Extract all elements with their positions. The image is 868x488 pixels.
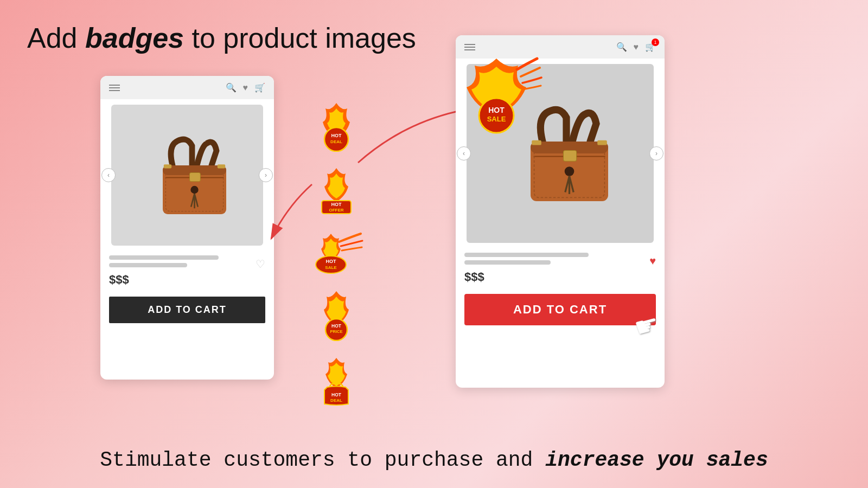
svg-text:HOT: HOT xyxy=(331,392,342,397)
badge-hot-deal-1: HOT DEAL xyxy=(312,100,361,152)
right-product-info: ♥ $$$ xyxy=(456,248,665,288)
left-price: $$$ xyxy=(109,273,265,287)
svg-text:HOT: HOT xyxy=(331,323,342,329)
right-wishlist-heart[interactable]: ♥ xyxy=(649,255,656,267)
topbar-icons: 🔍 ♥ 🛒 xyxy=(226,82,266,93)
menu-icon[interactable] xyxy=(109,85,120,91)
right-add-to-cart-button[interactable]: ADD TO CART xyxy=(464,294,656,325)
svg-rect-3 xyxy=(190,173,201,182)
right-price: $$$ xyxy=(464,270,656,284)
svg-text:HOT: HOT xyxy=(331,202,342,207)
left-phone-topbar: 🔍 ♥ 🛒 xyxy=(100,76,274,99)
title-part2: to product images xyxy=(184,22,416,54)
heart-icon[interactable]: ♥ xyxy=(243,83,248,93)
title-part1: Add xyxy=(27,22,85,54)
subtitle: Stimulate customers to purchase and incr… xyxy=(0,448,868,472)
svg-rect-38 xyxy=(532,140,541,145)
handbag-svg xyxy=(138,126,236,224)
left-phone-card: 🔍 ♥ 🛒 ‹ xyxy=(100,76,274,380)
right-heart-icon[interactable]: ♥ xyxy=(634,42,639,52)
svg-text:DEAL: DEAL xyxy=(330,398,342,403)
badges-column: HOT DEAL HOT OFFER HOT SALE xyxy=(309,100,363,408)
right-phone-card: 🔍 ♥ 🛒 1 HOT SALE xyxy=(456,35,665,388)
svg-text:SALE: SALE xyxy=(487,115,506,123)
svg-text:PRICE: PRICE xyxy=(330,329,342,334)
left-add-to-cart-button[interactable]: ADD TO CART xyxy=(109,297,265,323)
right-cart-wrapper[interactable]: 🛒 1 xyxy=(645,42,656,52)
subtitle-part1: Stimulate customers to purchase and xyxy=(100,448,545,472)
svg-point-4 xyxy=(190,186,198,194)
cart-icon[interactable]: 🛒 xyxy=(254,82,265,93)
cursor-hand-icon: ☛ xyxy=(631,307,662,344)
right-nav-arrow-right[interactable]: › xyxy=(649,146,663,160)
svg-text:OFFER: OFFER xyxy=(329,208,343,213)
svg-rect-9 xyxy=(164,164,171,168)
title-bold: badges xyxy=(85,22,184,54)
badge-hot-deal-2: HOT DEAL xyxy=(314,356,360,408)
left-nav-arrow-left[interactable]: ‹ xyxy=(101,168,116,182)
svg-rect-39 xyxy=(597,140,607,145)
left-nav-arrow-right[interactable]: › xyxy=(259,168,273,182)
hot-sale-badge-large: HOT SALE xyxy=(456,56,542,137)
badge-hot-sale-small: HOT SALE xyxy=(309,231,363,274)
svg-rect-32 xyxy=(563,151,576,162)
svg-text:DEAL: DEAL xyxy=(330,139,342,144)
svg-text:SALE: SALE xyxy=(325,265,337,270)
right-topbar-icons: 🔍 ♥ 🛒 1 xyxy=(616,42,656,52)
badge-hot-price: HOT PRICE xyxy=(314,290,360,341)
cart-badge-count: 1 xyxy=(652,38,659,46)
svg-rect-10 xyxy=(218,164,225,168)
svg-text:HOT: HOT xyxy=(488,106,505,114)
title-bar-2 xyxy=(109,263,187,267)
wishlist-heart[interactable]: ♡ xyxy=(256,258,265,271)
right-phone-topbar: 🔍 ♥ 🛒 1 xyxy=(456,35,665,59)
svg-point-33 xyxy=(564,166,574,176)
right-nav-arrow-left[interactable]: ‹ xyxy=(457,146,471,160)
search-icon[interactable]: 🔍 xyxy=(226,82,237,93)
main-title: Add badges to product images xyxy=(27,22,416,54)
left-product-info: ♡ $$$ xyxy=(100,251,274,291)
svg-text:HOT: HOT xyxy=(331,133,342,138)
right-title-bar-1 xyxy=(464,253,589,257)
svg-text:HOT: HOT xyxy=(326,259,337,264)
left-product-image: ‹ xyxy=(111,105,263,246)
title-bar-1 xyxy=(109,255,219,260)
right-title-bar-2 xyxy=(464,260,551,265)
right-menu-icon[interactable] xyxy=(464,44,475,50)
subtitle-bold: increase you sales xyxy=(545,448,768,472)
right-search-icon[interactable]: 🔍 xyxy=(616,42,627,52)
badge-hot-offer: HOT OFFER xyxy=(312,167,361,216)
